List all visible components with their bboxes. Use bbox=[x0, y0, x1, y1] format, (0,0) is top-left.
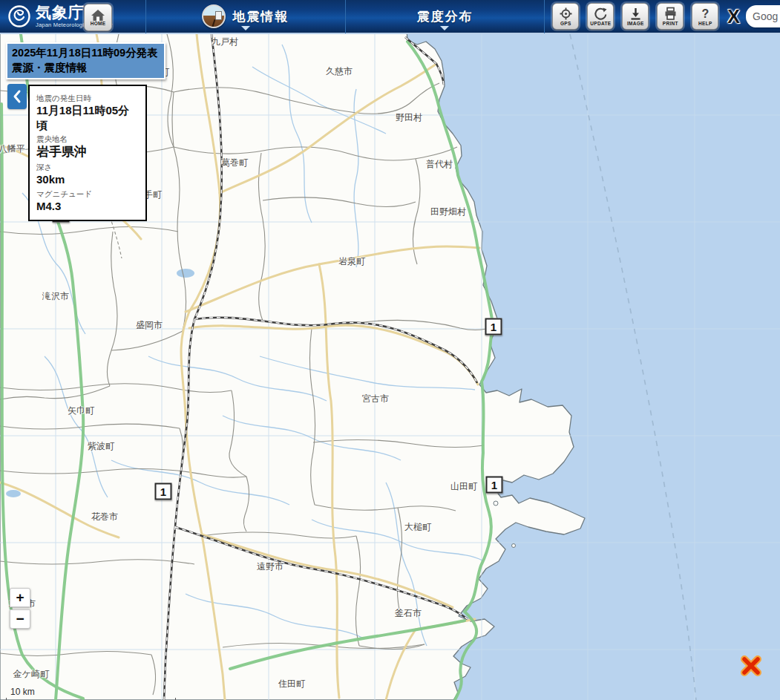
jma-logo-icon bbox=[7, 4, 31, 28]
map-place-label: 盛岡市 bbox=[136, 319, 163, 332]
map-place-label: 九戸村 bbox=[212, 36, 238, 48]
chevron-left-icon bbox=[12, 88, 22, 105]
field-value-epicenter: 岩手県沖 bbox=[36, 144, 138, 160]
announcement-type: 震源・震度情報 bbox=[12, 61, 158, 76]
announcement-badge: 2025年11月18日11時09分発表 震源・震度情報 bbox=[6, 42, 165, 79]
tab-label: 震度分布 bbox=[416, 8, 473, 25]
map-place-label: 紫波町 bbox=[88, 440, 114, 453]
help-button[interactable]: ? HELP bbox=[692, 3, 718, 30]
tab-label: 地震情報 bbox=[232, 8, 289, 25]
map-place-label: 金ケ崎町 bbox=[13, 668, 49, 681]
svg-text:?: ? bbox=[701, 7, 709, 20]
map-place-label: 八幡平 bbox=[0, 143, 25, 155]
epicenter-marker bbox=[740, 655, 762, 677]
download-icon bbox=[629, 7, 643, 21]
map-place-label: 滝沢市 bbox=[42, 290, 69, 303]
earthquake-icon bbox=[202, 4, 226, 28]
scale-label: 10 km bbox=[10, 687, 176, 697]
earthquake-info-panel: 地震の発生日時 11月18日11時05分頃 震央地名 岩手県沖 深さ 30km … bbox=[28, 85, 147, 221]
map-place-label: 普代村 bbox=[426, 158, 453, 171]
print-button[interactable]: PRINT bbox=[657, 3, 684, 30]
map-place-label: 釜石市 bbox=[395, 607, 422, 620]
map-scale-bar: 10 km bbox=[6, 687, 176, 700]
tab-earthquake-info[interactable]: 地震情報 bbox=[146, 0, 345, 33]
field-value-datetime: 11月18日11時05分頃 bbox=[36, 103, 138, 132]
intensity-marker[interactable]: 1 bbox=[486, 477, 503, 494]
field-label: 地震の発生日時 bbox=[36, 94, 138, 103]
gps-icon bbox=[559, 7, 573, 21]
map-place-label: 矢巾町 bbox=[68, 405, 94, 417]
map-zoom-controls: + − bbox=[10, 588, 30, 629]
map-place-label: 宮古市 bbox=[362, 393, 389, 405]
field-value-depth: 30km bbox=[36, 172, 138, 187]
google-signin-button[interactable]: Goog bbox=[746, 5, 780, 27]
map-place-label: 野田村 bbox=[396, 111, 422, 124]
home-button[interactable]: HOME bbox=[84, 4, 112, 31]
home-icon bbox=[91, 10, 105, 21]
field-label: マグニチュード bbox=[36, 189, 138, 199]
field-value-magnitude: M4.3 bbox=[36, 199, 138, 214]
field-label: 深さ bbox=[36, 163, 138, 172]
map-place-label: 田野畑村 bbox=[430, 206, 466, 218]
panel-collapse-button[interactable] bbox=[7, 84, 27, 109]
tab-intensity-distribution[interactable]: 震度分布 bbox=[346, 0, 545, 33]
intensity-marker[interactable]: 1 bbox=[155, 483, 172, 500]
update-button[interactable]: UPDATE bbox=[587, 3, 614, 30]
announcement-time: 2025年11月18日11時09分発表 bbox=[12, 46, 158, 61]
image-download-button[interactable]: IMAGE bbox=[622, 3, 649, 30]
refresh-icon bbox=[594, 7, 608, 21]
toolbar: GPS UPDATE IMAGE PRINT bbox=[545, 3, 724, 30]
x-social-icon[interactable]: X bbox=[727, 6, 740, 27]
epicenter-x-icon bbox=[744, 659, 758, 673]
intensity-marker[interactable]: 1 bbox=[485, 318, 502, 336]
map-place-label: 岩泉町 bbox=[338, 255, 365, 268]
zoom-in-button[interactable]: + bbox=[10, 588, 30, 607]
map-place-label: 葛巻町 bbox=[221, 157, 248, 169]
gps-button[interactable]: GPS bbox=[552, 3, 579, 30]
field-label: 震央地名 bbox=[36, 134, 138, 144]
map-place-label: 遠野市 bbox=[257, 560, 284, 573]
top-nav-bar: 気象庁 Japan Meteorological Agency 地震情報 震度分… bbox=[0, 0, 780, 34]
map-place-label: 住田町 bbox=[278, 678, 305, 690]
chevron-down-icon bbox=[440, 26, 449, 30]
zoom-out-button[interactable]: − bbox=[10, 609, 30, 629]
question-icon: ? bbox=[698, 7, 712, 21]
chevron-down-icon bbox=[241, 26, 250, 30]
map-place-label: 花巻市 bbox=[91, 511, 118, 523]
map-place-label: 久慈市 bbox=[326, 65, 353, 78]
map-place-label: 大槌町 bbox=[404, 521, 431, 534]
printer-icon bbox=[663, 7, 678, 21]
map-place-label: 山田町 bbox=[450, 480, 477, 493]
